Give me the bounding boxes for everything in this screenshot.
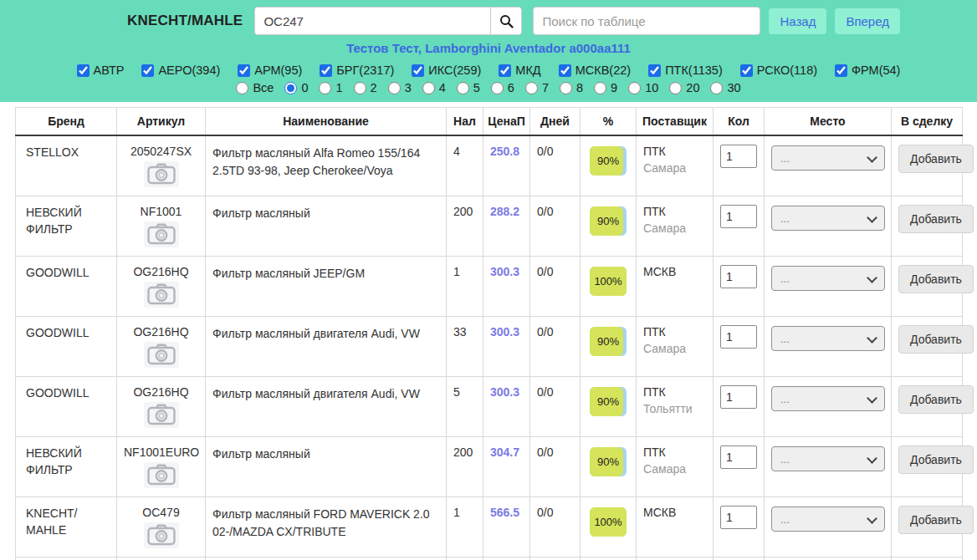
warehouse-checkbox[interactable] <box>648 64 661 77</box>
place-select-wrap: ... <box>771 145 885 171</box>
days-radio[interactable] <box>594 82 606 94</box>
add-to-deal-button[interactable]: Добавить <box>898 506 974 534</box>
days-radio[interactable] <box>628 82 641 94</box>
brand-cell: НЕВСКИЙ ФИЛЬТР <box>16 196 117 257</box>
quantity-input[interactable] <box>720 205 757 228</box>
price-link[interactable]: 304.7 <box>490 445 519 459</box>
brand-text: GOODWILL <box>26 386 89 400</box>
photo-button[interactable] <box>144 161 179 187</box>
warehouse-checkbox[interactable] <box>835 64 847 77</box>
warehouse-checkbox[interactable] <box>412 64 424 77</box>
days-radio[interactable] <box>388 82 401 94</box>
days-label: 30 <box>727 81 740 94</box>
user-vehicle-link[interactable]: Тестов Тест, Lamborghini Aventador a000a… <box>346 41 631 55</box>
add-to-deal-button[interactable]: Добавить <box>898 385 974 414</box>
photo-button[interactable] <box>144 402 179 428</box>
brand-cell: GOODWILL <box>16 377 117 437</box>
quantity-input[interactable] <box>720 445 757 469</box>
days-label: 8 <box>576 81 583 94</box>
percent-cell: 100% <box>581 257 637 317</box>
place-cell: ... <box>765 497 892 557</box>
photo-button[interactable] <box>144 522 179 548</box>
days-radio[interactable] <box>457 82 469 94</box>
warehouse-filter: ФРМ(54) <box>835 64 900 77</box>
price-link[interactable]: 300.3 <box>490 325 519 339</box>
add-to-deal-button[interactable]: Добавить <box>898 445 974 474</box>
days-radio[interactable] <box>422 82 435 94</box>
part-search-input[interactable] <box>254 7 490 35</box>
supplier-cell: МСКВ <box>637 497 714 557</box>
supplier-cell: МСКВ <box>637 257 714 317</box>
add-to-deal-button[interactable]: Добавить <box>898 325 974 354</box>
brand-cell: STELLOX <box>16 135 117 196</box>
back-button[interactable]: Назад <box>769 8 826 34</box>
days-radio[interactable] <box>491 82 504 94</box>
days-label: 5 <box>473 81 480 94</box>
quantity-cell <box>714 437 765 497</box>
article-cell: 2050247SX <box>117 135 206 196</box>
days-label: 3 <box>405 81 412 94</box>
place-select[interactable]: ... <box>771 145 885 171</box>
add-to-deal-button[interactable]: Добавить <box>898 265 974 293</box>
photo-button[interactable] <box>144 282 179 308</box>
place-select-wrap: ... <box>771 206 885 231</box>
price-cell: 300.3 <box>483 257 530 317</box>
price-link[interactable]: 288.2 <box>490 205 519 218</box>
days-radio[interactable] <box>284 82 297 94</box>
percent-cell: 100% <box>581 497 637 557</box>
quantity-cell <box>714 257 765 317</box>
supplier-name: ПТК <box>643 325 706 339</box>
place-select[interactable]: ... <box>771 206 885 231</box>
add-to-deal-button[interactable]: Добавить <box>898 205 974 233</box>
brand-text: GOODWILL <box>26 266 89 279</box>
photo-button[interactable] <box>144 462 179 488</box>
days-radio[interactable] <box>525 82 538 94</box>
table-search-input[interactable] <box>533 7 760 35</box>
price-link[interactable]: 566.5 <box>490 506 519 519</box>
table-row: EUROREPAR E149241 Фильтр масляный FORD M… <box>16 557 963 560</box>
article-text: OG216HQ <box>124 385 198 399</box>
photo-button[interactable] <box>144 342 179 368</box>
place-select[interactable]: ... <box>771 446 885 471</box>
search-button[interactable] <box>490 7 522 35</box>
price-link[interactable]: 300.3 <box>490 385 519 399</box>
warehouse-filter-row: АВТР АЕРО(394) АРМ(95) БРГ(2317) ИКС(259… <box>0 64 977 77</box>
days-filter: 5 <box>457 81 480 94</box>
price-link[interactable]: 250.8 <box>490 145 519 158</box>
place-select[interactable]: ... <box>771 266 885 291</box>
photo-button[interactable] <box>144 221 179 247</box>
quantity-input[interactable] <box>720 325 757 349</box>
deal-cell: Добавить <box>892 437 963 497</box>
warehouse-checkbox[interactable] <box>320 64 332 77</box>
quantity-input[interactable] <box>720 145 757 168</box>
quantity-input[interactable] <box>720 265 757 288</box>
top-bar: KNECHT/MAHLE Назад Вперед Тестов Тест, L… <box>0 0 977 102</box>
price-link[interactable]: 300.3 <box>490 265 519 278</box>
table-row: STELLOX 2050247SX Фильтр масляный Alfa R… <box>16 135 963 196</box>
add-to-deal-button[interactable]: Добавить <box>898 145 974 173</box>
days-radio[interactable] <box>236 82 248 94</box>
quantity-input[interactable] <box>720 385 757 409</box>
part-search-group <box>254 7 522 35</box>
place-select[interactable]: ... <box>771 386 885 411</box>
days-radio[interactable] <box>710 82 723 94</box>
warehouse-checkbox[interactable] <box>141 64 154 77</box>
place-select[interactable]: ... <box>771 507 885 532</box>
warehouse-checkbox[interactable] <box>77 64 90 77</box>
warehouse-checkbox[interactable] <box>499 64 511 77</box>
days-text: 0/0 <box>537 205 553 218</box>
warehouse-checkbox[interactable] <box>740 64 753 77</box>
article-text: NF1001EURO <box>124 445 198 459</box>
days-radio[interactable] <box>319 82 331 94</box>
price-cell: 304.7 <box>483 437 530 497</box>
warehouse-label: ФРМ(54) <box>852 64 900 77</box>
days-radio[interactable] <box>354 82 366 94</box>
days-radio[interactable] <box>560 82 572 94</box>
days-radio[interactable] <box>669 82 682 94</box>
quantity-input[interactable] <box>720 506 757 529</box>
forward-button[interactable]: Вперед <box>835 8 900 34</box>
warehouse-checkbox[interactable] <box>238 64 250 77</box>
place-select[interactable]: ... <box>771 326 885 351</box>
availability-cell: 200 <box>447 196 483 257</box>
warehouse-checkbox[interactable] <box>559 64 571 77</box>
